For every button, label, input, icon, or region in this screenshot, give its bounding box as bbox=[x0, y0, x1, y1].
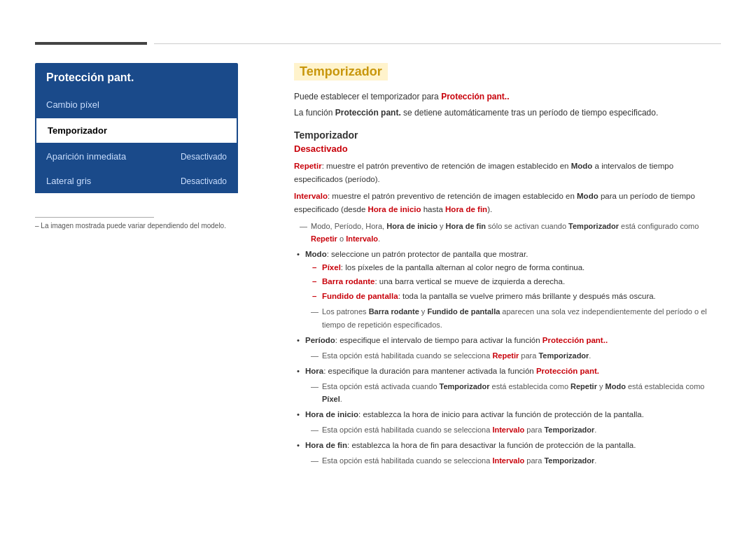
sidebar-item-label: Temporizador bbox=[48, 125, 107, 136]
note-hora-inicio: Esta opción está habilitada cuando se se… bbox=[314, 423, 721, 436]
intro-line-2: La función Protección pant. se detiene a… bbox=[294, 106, 721, 120]
sidebar-item-value: Desactivado bbox=[181, 176, 227, 186]
sidebar-item-lateral-gris[interactable]: Lateral gris Desactivado bbox=[35, 169, 238, 193]
sidebar-item-label: Lateral gris bbox=[46, 176, 91, 186]
sidebar-item-label: Aparición inmediata bbox=[46, 151, 126, 162]
top-line-dark bbox=[35, 42, 147, 45]
note-hora: Esta opción está activada cuando Tempori… bbox=[314, 380, 721, 405]
sidebar-note: – La imagen mostrada puede variar depend… bbox=[35, 217, 238, 230]
section-subtitle: Desactivado bbox=[294, 143, 721, 154]
sidebar-note-text: – La imagen mostrada puede variar depend… bbox=[35, 222, 238, 230]
note-periodo: Esta opción está habilitada cuando se se… bbox=[314, 349, 721, 362]
repetir-line: Repetir: muestre el patrón preventivo de… bbox=[294, 160, 721, 186]
sub-bullet-pixel: Píxel: los píxeles de la pantalla altern… bbox=[322, 261, 721, 274]
intro-text-2a: La función bbox=[294, 108, 335, 118]
intervalo-label: Intervalo bbox=[294, 192, 328, 200]
bullet-periodo: Período: especifique el intervalo de tie… bbox=[305, 334, 721, 362]
sidebar-item-value: Desactivado bbox=[181, 152, 227, 162]
sidebar-item-cambio-pixel[interactable]: Cambio píxel bbox=[35, 92, 238, 117]
section-title: Temporizador bbox=[294, 129, 721, 141]
repetir-label: Repetir bbox=[294, 162, 322, 170]
top-line-light bbox=[154, 43, 721, 44]
note-barra-fundido: Los patrones Barra rodante y Fundido de … bbox=[314, 305, 721, 330]
content-block: Repetir: muestre el patrón preventivo de… bbox=[294, 160, 721, 467]
bullet-modo: Modo: seleccione un patrón protector de … bbox=[305, 248, 721, 331]
sidebar-item-label: Cambio píxel bbox=[46, 99, 99, 110]
intro-text-1: Puede establecer el temporizador para bbox=[294, 92, 441, 101]
sidebar-title: Protección pant. bbox=[35, 63, 238, 92]
intervalo-line: Intervalo: muestre el patrón preventivo … bbox=[294, 190, 721, 216]
main-title: Temporizador bbox=[294, 63, 388, 80]
note-hora-fin: Esta opción está habilitada cuando se se… bbox=[314, 454, 721, 467]
bullet-hora-inicio: Hora de inicio: establezca la hora de in… bbox=[305, 408, 721, 436]
intro-line-1: Puede establecer el temporizador para Pr… bbox=[294, 90, 721, 104]
bullet-hora-fin: Hora de fin: establezca la hora de fin p… bbox=[305, 439, 721, 467]
intro-bold-2: Protección pant. bbox=[335, 108, 401, 118]
main-content: Temporizador Puede establecer el tempori… bbox=[294, 63, 721, 470]
sidebar: Protección pant. Cambio píxel Temporizad… bbox=[35, 63, 238, 193]
intro-text-2b: se detiene automáticamente tras un perío… bbox=[401, 108, 659, 118]
sub-bullet-fundido: Fundido de pantalla: toda la pantalla se… bbox=[322, 290, 721, 303]
sub-bullet-barra: Barra rodante: una barra vertical se mue… bbox=[322, 275, 721, 288]
sidebar-note-divider bbox=[35, 217, 154, 218]
sidebar-item-temporizador[interactable]: Temporizador bbox=[35, 117, 238, 144]
note-modo-periodo: Modo, Período, Hora, Hora de inicio y Ho… bbox=[302, 220, 721, 245]
bullet-hora: Hora: especifique la duración para mante… bbox=[305, 365, 721, 405]
top-decorative-lines bbox=[35, 42, 721, 45]
sidebar-item-aparicion-inmediata[interactable]: Aparición inmediata Desactivado bbox=[35, 144, 238, 169]
intro-bold-1: Protección pant.. bbox=[441, 92, 509, 101]
